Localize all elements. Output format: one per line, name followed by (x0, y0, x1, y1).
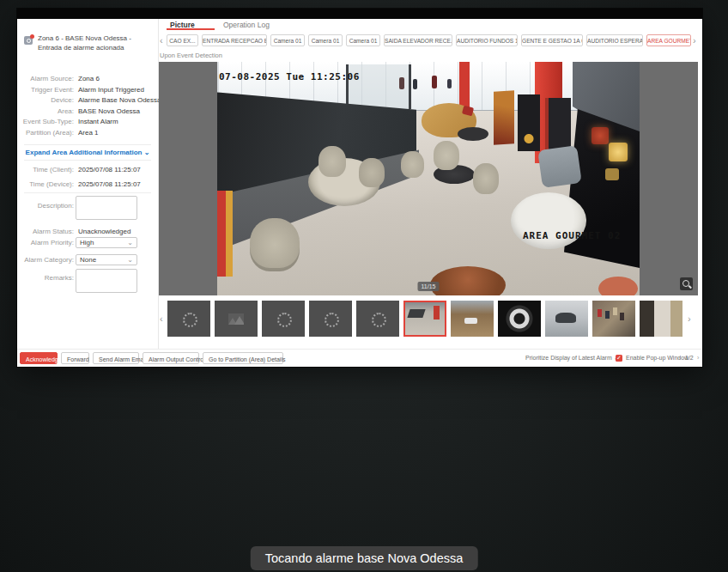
scene-gray-sofa (537, 145, 582, 188)
thumbnail-image[interactable] (640, 301, 682, 337)
scene-chair (359, 158, 385, 187)
camera-chip[interactable]: Camera 01 (346, 34, 380, 46)
scene-chair (434, 141, 459, 170)
alarm-input-icon (24, 36, 33, 45)
field-time-device: Time (Device): 2025/07/08 11:25:07 (17, 180, 158, 190)
scene-chair (473, 163, 499, 194)
camera-chip[interactable]: AUDITORIO FUNDOS 1A (456, 34, 518, 46)
picture-index-badge: 11/15 (418, 282, 440, 291)
spinner-icon (372, 313, 386, 327)
window-titlebar (17, 9, 702, 19)
send-alarm-email-button[interactable]: Send Alarm Email (93, 352, 139, 364)
alarm-title: Zona 6 - BASE Nova Odessa - Entrada de a… (38, 34, 149, 52)
scene-glow-sign-small (605, 168, 619, 180)
alarm-category-select[interactable]: None ⌄ (76, 254, 137, 265)
tab-operation-log[interactable]: Operation Log (223, 20, 270, 30)
scene-person (399, 77, 404, 89)
alarm-details-panel: Zona 6 - BASE Nova Odessa - Entrada de a… (17, 19, 159, 350)
alarm-output-control-button[interactable]: Alarm Output Control (143, 352, 199, 364)
thumbnail-image[interactable] (545, 301, 588, 337)
scene-chair (318, 146, 346, 177)
camera-image: 07-08-2025 Tue 11:25:06 AREA GOURMET 02 (217, 62, 640, 295)
toast-notification: Tocando alarme base Nova Odessa (251, 546, 478, 570)
divider (24, 192, 151, 193)
thumbnail-selected[interactable] (403, 301, 446, 337)
thumbs-next-icon[interactable]: › (688, 313, 691, 325)
camera-chip[interactable]: GENTE E GESTAO 1A 01 (521, 34, 583, 46)
scene-chair (401, 151, 424, 178)
thumbnail-loading[interactable] (356, 301, 399, 337)
scene-arcade-cabinet (494, 90, 514, 144)
expand-area-info-link[interactable]: Expand Area Additional Information ⌄ (17, 149, 158, 156)
spinner-icon (183, 313, 197, 327)
scene-glow-sign-red (592, 127, 609, 144)
alarm-toolbar: Acknowledge Forward Send Alarm Email Ala… (17, 349, 702, 367)
camera-bar-next-icon[interactable]: › (693, 34, 696, 46)
camera-chip[interactable]: CAO EX... (167, 34, 198, 46)
camera-chip-selected[interactable]: AREA GOURMET 02 (646, 34, 691, 46)
thumbnail-loading[interactable] (167, 301, 210, 337)
expand-chevron-icon: ⌄ (144, 149, 150, 156)
thumbnail-image[interactable] (592, 301, 635, 337)
field-partition: Partition (Area): Area 1 (17, 128, 158, 138)
scene-chair (250, 218, 300, 271)
camera-chip[interactable]: Camera 01 (308, 34, 343, 46)
osd-timestamp: 07-08-2025 Tue 11:25:06 (219, 71, 360, 82)
spinner-icon (325, 313, 339, 327)
thumbnail-loading[interactable] (262, 301, 305, 337)
active-tab-underline (167, 28, 215, 30)
alarm-priority-select[interactable]: High ⌄ (76, 237, 137, 248)
field-alarm-status: Alarm Status: Unacknowledged (17, 227, 158, 237)
prioritize-display-dropdown[interactable]: Prioritize Display of Latest Alarm ⌄ (525, 352, 619, 364)
field-event-subtype: Event Sub-Type: Instant Alarm (17, 117, 158, 127)
page-next-icon[interactable]: › (697, 352, 699, 364)
acknowledge-button[interactable]: Acknowledge (20, 352, 58, 364)
camera-chip[interactable]: Camera 01 (270, 34, 305, 46)
field-alarm-source: Alarm Source: Zona 6 (17, 74, 158, 84)
field-trigger-event: Trigger Event: Alarm Input Triggered (17, 85, 158, 95)
scene-person (432, 76, 437, 88)
field-device: Device: Alarme Base Nova Odessa (17, 95, 158, 106)
enable-popup-checkbox[interactable]: ✓ (616, 355, 622, 362)
field-time-client: Time (Client): 2025/07/08 11:25:07 (17, 165, 158, 175)
upon-event-detection-label: Upon Event Detection (160, 52, 222, 59)
broken-image-icon (228, 313, 244, 325)
magnifier-icon[interactable] (680, 277, 693, 290)
scene-person (447, 79, 452, 88)
thumbnail-loading[interactable] (309, 301, 352, 337)
camera-chip[interactable]: AUDITORIO ESPERA 1A (586, 34, 643, 46)
alarm-popup-window: Zona 6 - BASE Nova Odessa - Entrada de a… (17, 9, 702, 367)
thumbs-prev-icon[interactable]: ‹ (160, 313, 163, 325)
field-area: Area: BASE Nova Odessa (17, 106, 158, 117)
go-to-partition-button[interactable]: Go to Partition (Area) Details (203, 352, 283, 364)
description-input[interactable] (76, 196, 137, 220)
forward-button[interactable]: Forward (61, 352, 89, 364)
camera-chip[interactable]: ENTRADA RECEPCAO EX... (202, 34, 267, 46)
chevron-down-icon: ⌄ (127, 238, 133, 248)
thumbnail-image[interactable] (498, 301, 541, 337)
osd-camera-name: AREA GOURMET 02 (523, 230, 621, 241)
divider (24, 160, 151, 161)
chevron-down-icon: ⌄ (127, 255, 133, 265)
camera-bar-prev-icon[interactable]: ‹ (160, 34, 163, 46)
spinner-icon (277, 313, 292, 327)
thumbnail-image[interactable] (451, 301, 494, 337)
scene-arcade-cabinet (518, 94, 540, 151)
thumbnail-broken[interactable] (215, 301, 258, 337)
scene-arcade-cabinet (545, 98, 571, 153)
camera-chip[interactable]: SAIDA ELEVADOR RECE... (384, 34, 452, 46)
page-prev-icon[interactable]: ‹ (679, 352, 681, 364)
page-indicator: 1/2 (685, 352, 694, 364)
desktop-background: Zona 6 - BASE Nova Odessa - Entrada de a… (0, 0, 728, 572)
divider (24, 144, 151, 145)
scene-glow-sign-yellow (609, 143, 628, 161)
scene-person (413, 79, 417, 89)
scene-brown-stool (430, 266, 506, 295)
scene-red-column-left (217, 191, 233, 277)
scene-orange-chair (598, 277, 638, 295)
remarks-input[interactable] (76, 269, 137, 293)
scene-coffee-table (458, 127, 488, 141)
picture-viewer: 07-08-2025 Tue 11:25:06 AREA GOURMET 02 … (159, 62, 698, 295)
